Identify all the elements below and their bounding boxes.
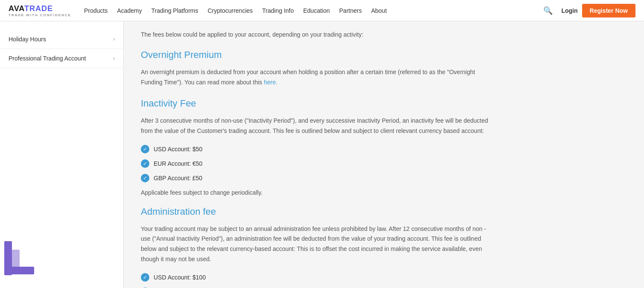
sidebar-item-holiday-hours[interactable]: Holiday Hours › (0, 30, 123, 49)
inactivity-fee-desc: After 3 consecutive months of non-use ("… (141, 116, 491, 136)
list-item: ✓ GBP Account: £50 (141, 174, 491, 182)
nav-auth: Login Register Now (561, 4, 635, 17)
list-item: ✓ USD Account: $100 (141, 273, 491, 282)
logo-text: AVATRADE (9, 4, 71, 13)
list-item-text: EUR Account: €50 (154, 160, 202, 167)
check-icon: ✓ (141, 145, 149, 153)
inactivity-fee-title: Inactivity Fee (141, 98, 491, 109)
section-administration-fee: Administration fee Your trading account … (141, 206, 491, 288)
chevron-right-icon-2: › (113, 55, 115, 61)
decorative-icon (0, 237, 51, 288)
nav-trading-platforms[interactable]: Trading Platforms (152, 7, 198, 14)
nav-links: Products Academy Trading Platforms Crypt… (84, 7, 544, 14)
overnight-premium-title: Overnight Premium (141, 49, 491, 60)
chevron-right-icon: › (113, 36, 115, 42)
overnight-premium-desc: An overnight premium is deducted from yo… (141, 67, 491, 88)
navbar: AVATRADE TRADE WITH CONFIDENCE Products … (0, 0, 644, 21)
svg-rect-2 (12, 250, 20, 274)
logo-tagline: TRADE WITH CONFIDENCE (9, 13, 71, 17)
administration-fee-list: ✓ USD Account: $100 ✓ EUR Account: €100 … (141, 273, 491, 288)
register-button[interactable]: Register Now (582, 4, 635, 17)
inactivity-fee-list: ✓ USD Account: $50 ✓ EUR Account: €50 ✓ … (141, 145, 491, 182)
section-inactivity-fee: Inactivity Fee After 3 consecutive month… (141, 98, 491, 196)
list-item-text: GBP Account: £50 (154, 175, 202, 181)
administration-fee-title: Administration fee (141, 206, 491, 217)
administration-fee-desc: Your trading account may be subject to a… (141, 224, 491, 265)
list-item-text: USD Account: $100 (154, 274, 206, 281)
sidebar-label-holiday-hours: Holiday Hours (9, 36, 46, 43)
search-icon[interactable]: 🔍 (543, 6, 553, 15)
overnight-premium-link[interactable]: here. (264, 79, 277, 86)
list-item-text: USD Account: $50 (154, 146, 202, 153)
intro-text: The fees below could be applied to your … (141, 30, 491, 39)
main-content: The fees below could be applied to your … (124, 21, 508, 288)
nav-about[interactable]: About (371, 7, 387, 14)
list-item: ✓ EUR Account: €50 (141, 159, 491, 168)
sidebar-item-professional-trading[interactable]: Professional Trading Account › (0, 49, 123, 68)
check-icon: ✓ (141, 159, 149, 168)
nav-products[interactable]: Products (84, 7, 108, 14)
section-overnight-premium: Overnight Premium An overnight premium i… (141, 49, 491, 88)
list-item: ✓ USD Account: $50 (141, 145, 491, 153)
nav-cryptocurrencies[interactable]: Cryptocurrencies (207, 7, 253, 14)
nav-education[interactable]: Education (303, 7, 330, 14)
sidebar-label-professional-trading: Professional Trading Account (9, 55, 86, 62)
inactivity-applicable-note: Applicable fees subject to change period… (141, 189, 491, 196)
check-icon: ✓ (141, 273, 149, 282)
nav-trading-info[interactable]: Trading Info (262, 7, 294, 14)
page-wrapper: Holiday Hours › Professional Trading Acc… (0, 21, 644, 288)
logo[interactable]: AVATRADE TRADE WITH CONFIDENCE (9, 4, 71, 17)
nav-partners[interactable]: Partners (339, 7, 362, 14)
nav-academy[interactable]: Academy (117, 7, 142, 14)
check-icon: ✓ (141, 174, 149, 182)
login-button[interactable]: Login (561, 7, 577, 14)
